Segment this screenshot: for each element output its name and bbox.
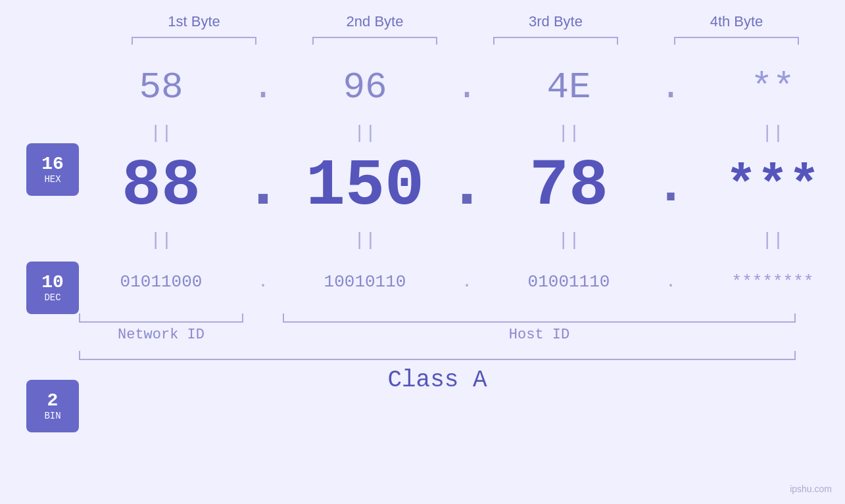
hex-badge: 16 HEX (26, 143, 79, 196)
eq2-b1: || (79, 230, 243, 250)
hex-dot1: . (243, 66, 283, 108)
eq2-b3: || (487, 230, 651, 250)
bracket-byte2 (312, 37, 437, 45)
watermark: ipshu.com (790, 484, 832, 494)
hex-b3: 4E (487, 66, 651, 108)
bin-dot1: . (243, 272, 283, 292)
dec-label: DEC (44, 292, 60, 303)
full-layout: 16 HEX 10 DEC 2 BIN (0, 58, 845, 432)
dec-badge: 10 DEC (26, 262, 79, 314)
byte-headers: 1st Byte 2nd Byte 3rd Byte 4th Byte (104, 13, 827, 30)
hex-b1: 58 (79, 66, 243, 108)
dec-b1: 88 (79, 154, 243, 219)
bin-values-row: 01011000 . 10010110 . 01001110 . (79, 256, 845, 308)
dec-number: 10 (41, 273, 64, 293)
top-brackets (104, 37, 827, 45)
hex-b4: ** (690, 66, 845, 108)
bracket-byte1 (132, 37, 256, 45)
equals-row-2: || || || || (79, 224, 845, 256)
dec-values-row: 88 . 150 . 78 . *** (79, 149, 845, 224)
byte3-header: 3rd Byte (483, 13, 628, 30)
dec-dot1: . (243, 149, 283, 223)
eq1-b1: || (79, 123, 243, 143)
bin-label: BIN (44, 411, 60, 421)
network-id-label: Network ID (79, 327, 243, 343)
dec-b2: 150 (283, 154, 447, 219)
equals-row-1: || || || || (79, 117, 845, 149)
bin-number: 2 (47, 391, 59, 411)
bin-b3: 01001110 (487, 272, 651, 292)
bin-b4: ******** (690, 272, 845, 292)
dec-dot2: . (447, 149, 487, 223)
eq1-b2: || (283, 123, 447, 143)
bracket-byte4 (674, 37, 799, 45)
bottom-brackets (79, 313, 845, 323)
bin-badge: 2 BIN (26, 380, 79, 432)
eq2-b4: || (690, 230, 845, 250)
host-id-label: Host ID (283, 327, 796, 343)
byte2-header: 2nd Byte (302, 13, 447, 30)
byte4-header: 4th Byte (664, 13, 809, 30)
hex-b2: 96 (283, 66, 447, 108)
dec-b4: *** (690, 156, 845, 216)
class-label: Class A (79, 367, 796, 394)
eq1-b3: || (487, 123, 651, 143)
bin-dot3: . (651, 272, 690, 292)
bracket-byte3 (493, 37, 618, 45)
bin-b1: 01011000 (79, 272, 243, 292)
id-labels: Network ID Host ID (79, 327, 845, 343)
eq1-b4: || (690, 123, 845, 143)
bin-b2: 10010110 (283, 272, 447, 292)
hex-label: HEX (44, 174, 60, 185)
class-bracket (79, 351, 796, 360)
values-area: 58 . 96 . 4E . ** (79, 58, 845, 432)
hex-number: 16 (41, 154, 64, 175)
eq2-b2: || (283, 230, 447, 250)
hex-dot3: . (651, 66, 690, 108)
bin-dot2: . (447, 272, 487, 292)
hex-dot2: . (447, 66, 487, 108)
byte1-header: 1st Byte (122, 13, 266, 30)
hex-values-row: 58 . 96 . 4E . ** (79, 58, 845, 117)
network-id-bracket (79, 313, 243, 323)
host-id-bracket (283, 313, 796, 323)
main-container: 1st Byte 2nd Byte 3rd Byte 4th Byte 16 H… (0, 0, 845, 504)
dec-b3: 78 (487, 154, 651, 219)
base-badges: 16 HEX 10 DEC 2 BIN (26, 58, 79, 432)
dec-dot3: . (651, 156, 690, 216)
